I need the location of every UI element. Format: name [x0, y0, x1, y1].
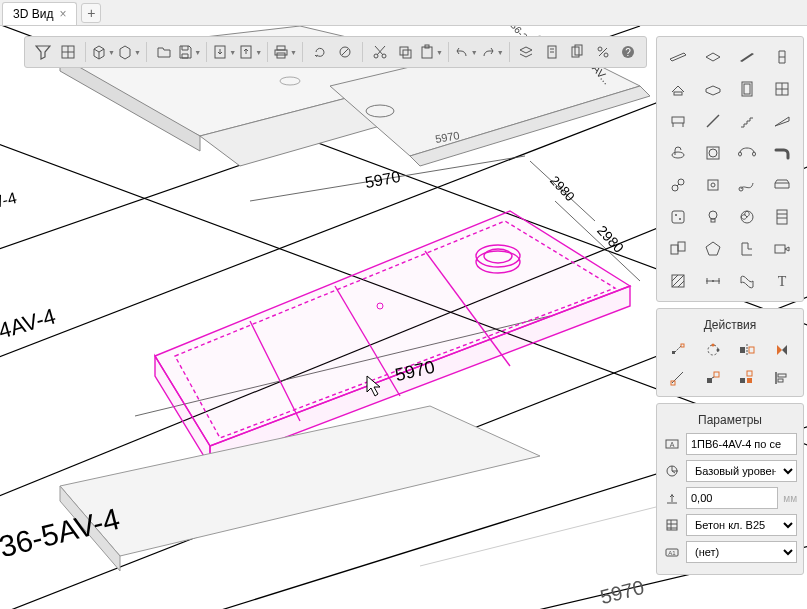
tool-poly-icon[interactable]: [698, 235, 729, 263]
params-title: Параметры: [663, 410, 797, 433]
param-level-select[interactable]: Базовый уровень: [686, 460, 797, 482]
actions-title: Действия: [663, 315, 797, 338]
svg-point-103: [716, 349, 719, 352]
svg-rect-92: [775, 245, 785, 253]
tool-floor-icon[interactable]: [698, 75, 729, 103]
param-material-select[interactable]: Бетон кл. B25: [686, 514, 797, 536]
param-mark-select[interactable]: (нет): [686, 541, 797, 563]
action-rotate-icon[interactable]: [698, 338, 729, 362]
tool-tray-icon[interactable]: [767, 171, 798, 199]
help-icon[interactable]: ?: [617, 40, 640, 64]
level-icon: [663, 462, 681, 480]
svg-rect-45: [400, 47, 408, 55]
tool-fan-icon[interactable]: [732, 203, 763, 231]
param-name-input[interactable]: [686, 433, 797, 455]
import-icon[interactable]: ▼: [212, 40, 236, 64]
tool-ramp-icon[interactable]: [767, 107, 798, 135]
redo-icon[interactable]: ▼: [480, 40, 504, 64]
box2-icon[interactable]: ▼: [117, 40, 141, 64]
print-icon[interactable]: ▼: [273, 40, 297, 64]
block-icon[interactable]: [333, 40, 356, 64]
action-flip-icon[interactable]: [767, 338, 798, 362]
refresh-icon[interactable]: [308, 40, 331, 64]
tool-hatch-icon[interactable]: [663, 267, 694, 295]
tool-grid: T: [663, 43, 797, 295]
tool-roof-icon[interactable]: [663, 75, 694, 103]
tool-tag-icon[interactable]: [767, 235, 798, 263]
tool-pipe-icon[interactable]: [732, 139, 763, 167]
svg-text:A1: A1: [668, 550, 676, 556]
svg-line-76: [677, 184, 679, 186]
undo-icon[interactable]: ▼: [454, 40, 478, 64]
svg-line-42: [342, 49, 348, 55]
tool-electrical-icon[interactable]: [698, 171, 729, 199]
box-icon[interactable]: ▼: [91, 40, 115, 64]
svg-point-82: [679, 218, 681, 220]
save-icon[interactable]: ▼: [177, 40, 201, 64]
svg-rect-112: [747, 378, 752, 383]
svg-marker-91: [706, 242, 720, 255]
tool-door-icon[interactable]: [732, 75, 763, 103]
tool-appliance-icon[interactable]: [698, 139, 729, 167]
settings-icon[interactable]: [591, 40, 614, 64]
tool-text-icon[interactable]: T: [767, 267, 798, 295]
open-icon[interactable]: [152, 40, 175, 64]
tool-window-icon[interactable]: [767, 75, 798, 103]
svg-rect-100: [681, 344, 684, 347]
action-move-icon[interactable]: [663, 338, 694, 362]
action-array-icon[interactable]: [732, 366, 763, 390]
tab-3d-view[interactable]: 3D Вид ×: [2, 2, 77, 25]
svg-rect-59: [674, 92, 682, 95]
filter-icon[interactable]: [31, 40, 54, 64]
tool-beam-icon[interactable]: [732, 43, 763, 71]
tool-panel-icon[interactable]: [767, 203, 798, 231]
tool-light-icon[interactable]: [698, 203, 729, 231]
mark-icon: A1: [663, 543, 681, 561]
action-trim-icon[interactable]: [663, 366, 694, 390]
tool-duct-icon[interactable]: [767, 139, 798, 167]
material-icon: [663, 516, 681, 534]
svg-rect-116: [778, 379, 783, 382]
tool-slab-icon[interactable]: [698, 43, 729, 71]
tool-wall-icon[interactable]: [663, 43, 694, 71]
tool-fitting-icon[interactable]: [663, 171, 694, 199]
svg-line-110: [712, 377, 714, 378]
tool-plumbing-icon[interactable]: [663, 139, 694, 167]
svg-point-71: [709, 149, 717, 157]
svg-rect-104: [740, 347, 745, 353]
close-icon[interactable]: ×: [59, 7, 66, 21]
svg-rect-86: [777, 210, 787, 224]
tool-region-icon[interactable]: [732, 267, 763, 295]
tool-dice-icon[interactable]: [663, 203, 694, 231]
params-panel: Параметры A Базовый уровень мм Бетон кл.…: [656, 403, 804, 575]
unit-label: мм: [783, 493, 797, 504]
paste-icon[interactable]: ▼: [419, 40, 443, 64]
tab-add-button[interactable]: +: [81, 3, 101, 23]
svg-rect-61: [744, 84, 750, 94]
tab-bar: 3D Вид × +: [0, 0, 807, 26]
tool-cable-icon[interactable]: [732, 171, 763, 199]
tool-profile-icon[interactable]: [732, 235, 763, 263]
export-icon[interactable]: ▼: [238, 40, 262, 64]
page-icon[interactable]: [540, 40, 563, 64]
grid-icon[interactable]: [56, 40, 79, 64]
action-scale-icon[interactable]: [698, 366, 729, 390]
copy-icon[interactable]: [393, 40, 416, 64]
tool-group-icon[interactable]: [663, 235, 694, 263]
tool-stair-icon[interactable]: [732, 107, 763, 135]
tool-line-icon[interactable]: [698, 107, 729, 135]
actions-panel: Действия: [656, 308, 804, 397]
tool-column-icon[interactable]: [767, 43, 798, 71]
action-align-icon[interactable]: [767, 366, 798, 390]
tool-dim-icon[interactable]: [698, 267, 729, 295]
svg-rect-90: [678, 242, 685, 251]
svg-point-83: [709, 211, 717, 219]
param-offset-input[interactable]: [686, 487, 778, 509]
svg-text:?: ?: [626, 47, 632, 58]
action-mirror-icon[interactable]: [732, 338, 763, 362]
layers-icon[interactable]: [515, 40, 538, 64]
tool-furniture-icon[interactable]: [663, 107, 694, 135]
svg-line-16: [530, 161, 595, 221]
pages-icon[interactable]: [566, 40, 589, 64]
cut-icon[interactable]: [368, 40, 391, 64]
